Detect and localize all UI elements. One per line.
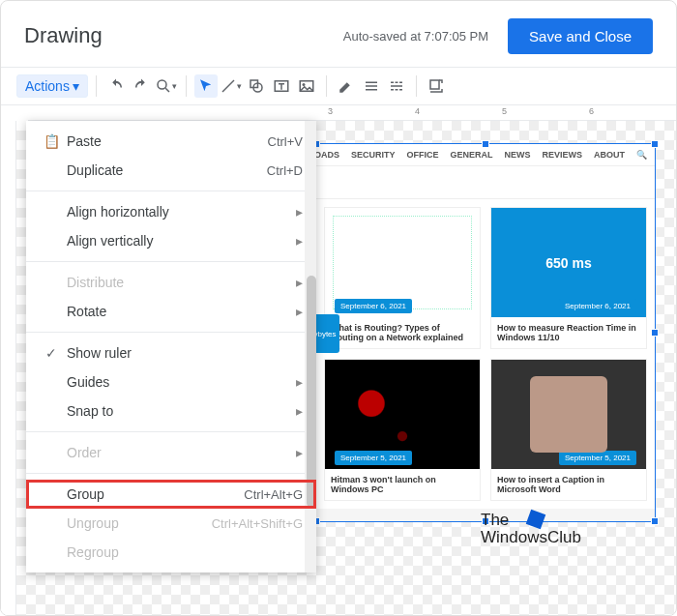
ruler-vertical	[1, 121, 16, 615]
ruler-horizontal: 3 4 5 6 7	[28, 105, 676, 121]
chevron-right-icon: ▸	[296, 204, 303, 220]
svg-point-0	[158, 80, 166, 89]
undo-button[interactable]	[104, 74, 128, 98]
article-card: September 5, 2021 How to insert a Captio…	[490, 359, 647, 501]
menu-item-rotate[interactable]: Rotate ▸	[26, 297, 316, 326]
check-icon: ✓	[40, 345, 63, 361]
actions-menu-button[interactable]: Actions ▾	[16, 74, 88, 98]
menu-item-guides[interactable]: Guides ▸	[26, 367, 316, 396]
menu-item-paste[interactable]: 📋 Paste Ctrl+V	[26, 127, 316, 156]
chevron-right-icon: ▸	[296, 374, 303, 390]
caret-down-icon: ▾	[73, 78, 79, 94]
actions-label: Actions	[25, 78, 70, 94]
chevron-right-icon: ▸	[296, 275, 303, 290]
site-hero	[316, 166, 655, 199]
textbox-tool[interactable]	[270, 74, 293, 98]
select-tool[interactable]	[194, 74, 218, 98]
article-card: September 6, 2021 What is Routing? Types…	[324, 207, 481, 349]
menu-item-snap-to[interactable]: Snap to ▸	[26, 396, 316, 425]
menu-item-align-vertically[interactable]: Align vertically ▸	[26, 226, 316, 255]
watermark-logo: The WindowsClub	[481, 512, 581, 547]
autosave-status: Auto-saved at 7:07:05 PM	[343, 29, 488, 44]
zoom-button[interactable]: ▾	[155, 74, 178, 98]
redo-button[interactable]	[130, 74, 153, 98]
menu-item-duplicate[interactable]: Duplicate Ctrl+D	[26, 156, 316, 185]
format-options-button[interactable]	[425, 74, 448, 98]
square-icon	[526, 509, 546, 529]
shape-tool[interactable]	[245, 74, 268, 98]
menu-item-align-horizontally[interactable]: Align horizontally ▸	[26, 197, 316, 226]
toolbar: Actions ▾ ▾ ▾	[1, 67, 676, 105]
chevron-right-icon: ▸	[296, 233, 303, 249]
svg-rect-6	[430, 80, 439, 89]
svg-point-5	[302, 83, 305, 86]
resize-handle[interactable]	[651, 329, 659, 337]
search-icon: 🔍	[636, 150, 647, 160]
menu-item-group[interactable]: Group Ctrl+Alt+G	[26, 480, 316, 509]
resize-handle[interactable]	[651, 517, 659, 525]
line-tool[interactable]: ▾	[220, 74, 243, 98]
resize-handle[interactable]	[482, 140, 489, 148]
chevron-right-icon: ▸	[296, 304, 303, 319]
dialog-title: Drawing	[24, 23, 103, 48]
resize-handle[interactable]	[651, 140, 659, 148]
selected-image-object[interactable]: DOWNLOADSSECURITY OFFICEGENERAL NEWSREVI…	[316, 144, 655, 521]
menu-item-ungroup: Ungroup Ctrl+Alt+Shift+G	[26, 509, 316, 538]
menu-item-distribute: Distribute ▸	[26, 268, 316, 297]
border-dash-button[interactable]	[385, 74, 408, 98]
chevron-right-icon: ▸	[296, 403, 303, 419]
clipboard-icon: 📋	[40, 133, 63, 149]
save-and-close-button[interactable]: Save and Close	[508, 18, 653, 54]
article-card: 650 msSeptember 6, 2021 How to measure R…	[490, 207, 647, 349]
menu-item-show-ruler[interactable]: ✓ Show ruler	[26, 338, 316, 367]
chevron-right-icon: ▸	[296, 445, 303, 460]
menu-item-order: Order ▸	[26, 438, 316, 467]
drawing-canvas[interactable]: DOWNLOADSSECURITY OFFICEGENERAL NEWSREVI…	[16, 121, 676, 615]
menu-item-regroup: Regroup	[26, 538, 316, 567]
border-weight-button[interactable]	[360, 74, 383, 98]
article-card: September 5, 2021 Hitman 3 won't launch …	[324, 359, 481, 501]
image-tool[interactable]	[295, 74, 318, 98]
actions-dropdown-menu: 📋 Paste Ctrl+V Duplicate Ctrl+D Align ho…	[26, 121, 316, 572]
border-color-button[interactable]	[335, 74, 358, 98]
